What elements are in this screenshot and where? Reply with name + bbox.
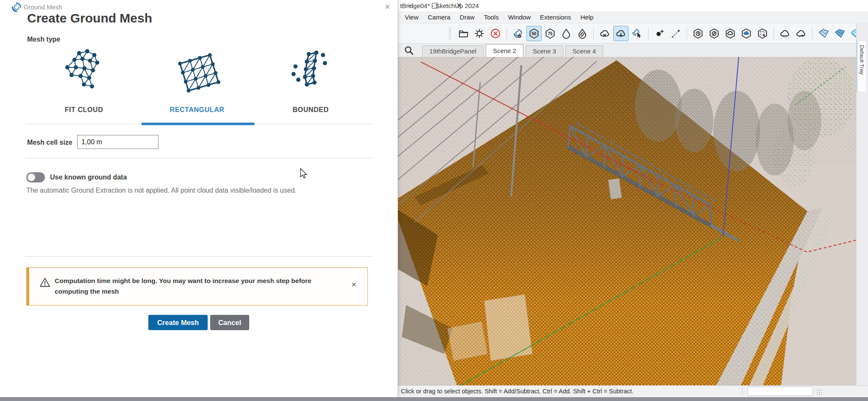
minimize-button[interactable]: –	[400, 0, 420, 11]
known-ground-label: Use known ground data	[50, 174, 127, 181]
bounded-label: BOUNDED	[265, 106, 356, 114]
menu-bar: View Camera Draw Tools Window Extensions…	[398, 11, 868, 23]
open-file-icon[interactable]	[456, 26, 471, 41]
window-bottom-edge	[0, 397, 868, 401]
rectangular-icon	[173, 48, 221, 96]
page-title: Create Ground Mesh	[27, 11, 152, 25]
scan-essentials-toolbar: 50 75	[398, 23, 868, 44]
cloud-delete-icon[interactable]	[597, 26, 612, 41]
menu-tools[interactable]: Tools	[479, 11, 504, 23]
menu-extensions[interactable]: Extensions	[535, 11, 576, 23]
cloud-sync-icon[interactable]	[793, 26, 809, 41]
density-50-icon[interactable]: 50	[526, 26, 542, 41]
hex-history-icon[interactable]	[690, 26, 706, 41]
cloud-scan-icon[interactable]	[777, 26, 793, 41]
resize-grip-icon[interactable]	[816, 389, 822, 395]
status-text: Click or drag to select objects. Shift =…	[401, 386, 634, 397]
trimble-swirl-icon	[11, 2, 22, 13]
divider	[25, 256, 371, 257]
maximize-button[interactable]	[425, 0, 444, 11]
default-tray-label: Default Tray	[859, 45, 865, 75]
statusbar-divider	[742, 387, 743, 395]
mesh-type-rectangular[interactable]: RECTANGULAR	[151, 48, 243, 114]
menu-camera[interactable]: Camera	[423, 11, 455, 23]
search-icon[interactable]	[403, 45, 415, 56]
selected-tab-underline	[142, 123, 254, 125]
divider	[25, 158, 371, 158]
scene-tab-scene2[interactable]: Scene 2	[486, 44, 523, 57]
dialog-close-button[interactable]: ✕	[382, 2, 393, 12]
create-mesh-button[interactable]: Create Mesh	[148, 315, 208, 330]
toolbar-separator	[648, 27, 648, 40]
cell-size-input[interactable]	[77, 135, 159, 149]
toolbar-separator	[812, 27, 812, 40]
density-75-icon[interactable]: 75	[542, 26, 558, 41]
toolbar-separator	[593, 27, 594, 40]
toolbar-separator	[687, 27, 687, 40]
maximize-icon	[432, 3, 437, 8]
drop-hatched-icon[interactable]	[575, 26, 590, 41]
measurements-box[interactable]	[748, 387, 813, 396]
menu-view[interactable]: View	[400, 11, 423, 23]
bounded-icon	[287, 48, 334, 96]
settings-gear-icon[interactable]	[472, 26, 487, 41]
warning-banner: Computation time might be long. You may …	[26, 267, 368, 306]
svg-text:75: 75	[548, 31, 553, 36]
toolbar-drag-handle[interactable]	[448, 27, 451, 40]
svg-text:50: 50	[531, 31, 537, 36]
scene-tabs-row: 19thBridgePanel Scene 2 Scene 3 Scene 4	[398, 44, 868, 57]
hex-cloud-filled-icon[interactable]	[739, 26, 754, 41]
application-window: tBridge04* - SketchUp 2024 – ✕ View Came…	[0, 0, 868, 401]
cell-size-label: Mesh cell size	[27, 139, 72, 146]
fit-cloud-label: FIT CLOUD	[38, 106, 130, 114]
mesh-shaded-icon[interactable]	[832, 26, 847, 41]
hex-none-icon[interactable]	[707, 26, 722, 41]
warning-close-icon[interactable]: ✕	[350, 281, 358, 289]
dialog-window-title: Ground Mesh	[24, 3, 62, 11]
dashed-measure-icon[interactable]	[668, 26, 683, 41]
mouse-cursor	[299, 168, 309, 180]
drop-outline-icon[interactable]	[559, 26, 574, 41]
ground-mesh-dialog: Ground Mesh ✕ Create Ground Mesh Mesh ty…	[0, 0, 398, 397]
add-point-icon[interactable]	[652, 26, 667, 41]
viewport-scene	[398, 57, 856, 385]
toolbar-separator	[506, 27, 507, 40]
cloud-hand-icon[interactable]	[629, 26, 645, 41]
cloud-pick-icon[interactable]	[613, 26, 629, 41]
warning-text: Computation time might be long. You may …	[55, 275, 313, 297]
menu-window[interactable]: Window	[504, 11, 535, 23]
fit-cloud-icon	[60, 48, 108, 96]
toggle-knob	[28, 174, 35, 181]
3d-viewport[interactable]	[398, 57, 856, 385]
hex-select-icon[interactable]	[755, 26, 770, 41]
cancel-red-icon[interactable]	[488, 26, 503, 41]
mesh-type-fit-cloud[interactable]: FIT CLOUD	[38, 48, 130, 114]
mesh-wire-icon[interactable]	[816, 26, 831, 41]
status-bar: Click or drag to select objects. Shift =…	[398, 385, 868, 397]
toolbar-separator	[773, 27, 774, 40]
mesh-type-bounded[interactable]: BOUNDED	[265, 48, 356, 114]
rectangular-label: RECTANGULAR	[151, 106, 243, 114]
known-ground-description: The automatic Ground Extraction is not a…	[26, 187, 297, 194]
close-window-button[interactable]: ✕	[449, 0, 469, 11]
menu-help[interactable]: Help	[576, 11, 598, 23]
menu-draw[interactable]: Draw	[455, 11, 479, 23]
cancel-button[interactable]: Cancel	[210, 315, 249, 330]
warning-icon	[39, 277, 50, 288]
scene-tab-19thbridgepanel[interactable]: 19thBridgePanel	[422, 45, 484, 57]
default-tray-tab[interactable]: Default Tray	[857, 40, 867, 92]
mesh-type-label: Mesh type	[27, 36, 60, 43]
scene-tab-scene3[interactable]: Scene 3	[526, 45, 563, 57]
point-cloud-visibility-icon[interactable]	[510, 26, 526, 41]
scene-tab-scene4[interactable]: Scene 4	[565, 45, 603, 57]
green-tree-points	[787, 57, 855, 137]
default-tray-strip: Default Tray	[856, 23, 868, 397]
hex-cloud-icon[interactable]	[723, 26, 738, 41]
known-ground-toggle[interactable]	[26, 172, 45, 182]
